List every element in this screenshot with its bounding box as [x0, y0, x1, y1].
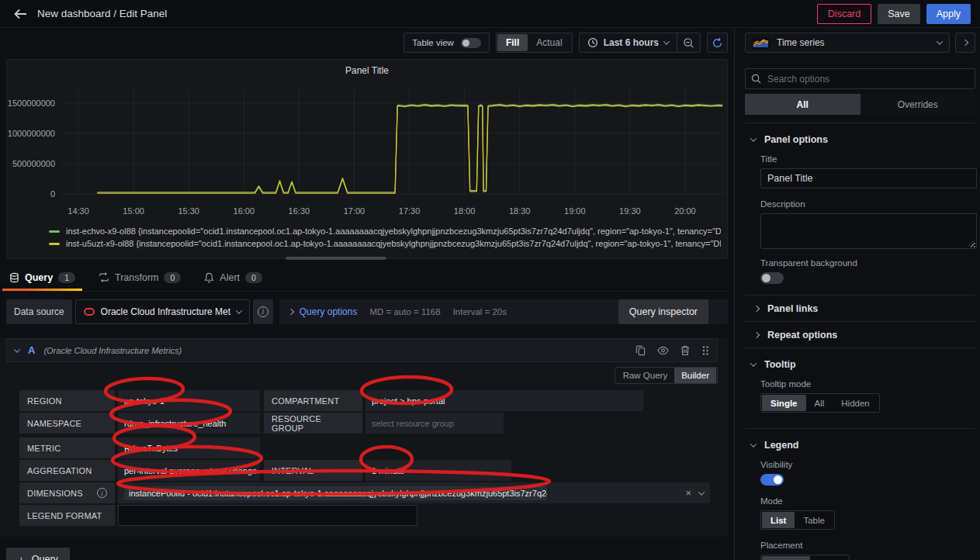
query-form-row: METRICRdmaTxBytes	[19, 437, 728, 458]
search-options-input[interactable]	[745, 68, 975, 89]
dimensions-value[interactable]: instancePoolId - ocid1.instancepool.oc1.…	[118, 482, 710, 503]
tab-alert[interactable]: Alert 0	[204, 264, 262, 291]
plus-icon: +	[18, 554, 25, 560]
legend-scrollbar[interactable]	[286, 257, 386, 260]
panel-title-input[interactable]	[760, 168, 977, 188]
aggregation-value[interactable]: per-interval average rate of change	[118, 460, 260, 481]
aggregation-label: AGGREGATION	[27, 466, 92, 475]
query-inspector-button[interactable]: Query inspector	[618, 299, 708, 324]
section-panel-options[interactable]: Panel options	[745, 134, 975, 145]
query-ref-letter: A	[28, 344, 35, 356]
chevron-down-icon	[235, 307, 241, 313]
refresh-icon	[712, 37, 723, 49]
arrow-left-icon	[14, 9, 27, 19]
refresh-button[interactable]	[707, 33, 728, 53]
time-range-picker[interactable]: Last 6 hours	[580, 33, 677, 52]
builder-button[interactable]: Builder	[674, 368, 716, 383]
legend-bottom-button[interactable]: Bottom	[762, 556, 810, 560]
legend-item-label: inst-u5uzt-x9-ol88 {instancepoolid="ocid…	[66, 239, 721, 248]
top-bar: New dashboard / Edit Panel Discard Save …	[0, 0, 980, 28]
tab-overrides[interactable]: Overrides	[861, 94, 976, 115]
legend-visibility-label: Visibility	[760, 460, 975, 469]
query-datasource-hint: (Oracle Cloud Infrastructure Metrics)	[43, 346, 182, 355]
save-button[interactable]: Save	[878, 4, 920, 24]
svg-text:17:30: 17:30	[399, 206, 421, 216]
legend-format-input[interactable]	[118, 505, 417, 526]
visualization-picker[interactable]: Time series	[745, 33, 950, 53]
discard-button[interactable]: Discard	[817, 4, 871, 24]
description-textarea[interactable]	[760, 213, 977, 249]
raw-query-button[interactable]: Raw Query	[616, 368, 675, 383]
query-form-row: AGGREGATIONper-interval average rate of …	[19, 460, 728, 481]
tooltip-all-button[interactable]: All	[806, 395, 833, 411]
metric-value[interactable]: RdmaTxBytes	[118, 437, 260, 458]
chevron-right-icon	[753, 331, 760, 337]
legend-placement-label: Placement	[760, 541, 975, 550]
section-legend[interactable]: Legend	[745, 440, 975, 451]
svg-text:18:30: 18:30	[509, 206, 531, 216]
fill-actual-group: Fill Actual	[496, 33, 573, 53]
legend-swatch-icon	[49, 243, 60, 245]
legend-list-button[interactable]: List	[762, 512, 795, 528]
svg-text:19:00: 19:00	[564, 206, 586, 216]
tab-transform[interactable]: Transform 0	[99, 264, 181, 291]
query-options-bar: Query options MD = auto = 1168 Interval …	[279, 299, 728, 324]
query-form-row: REGIONap-tokyo-1COMPARTMENTproject > hpc…	[19, 390, 728, 411]
legend-item[interactable]: inst-u5uzt-x9-ol88 {instancepoolid="ocid…	[49, 237, 721, 250]
delete-query-icon[interactable]	[680, 345, 690, 356]
namespace-value[interactable]: rdma_infrastructure_health	[118, 413, 260, 434]
interval-label: INTERVAL	[272, 466, 313, 475]
section-panel-links[interactable]: Panel links	[745, 296, 975, 321]
zoom-out-button[interactable]	[677, 33, 700, 52]
page-title: New dashboard / Edit Panel	[37, 8, 167, 19]
disable-query-icon[interactable]	[657, 346, 669, 355]
panel-options-header-label: Panel options	[764, 134, 828, 145]
datasource-select[interactable]: Oracle Cloud Infrastructure Metrics	[75, 299, 250, 324]
tab-all-options[interactable]: All	[745, 94, 861, 115]
tooltip-hidden-button[interactable]: Hidden	[833, 395, 878, 411]
clear-dimension-icon[interactable]: ×	[685, 487, 691, 499]
transparent-background-toggle[interactable]	[760, 272, 784, 284]
datasource-name: Oracle Cloud Infrastructure Metrics	[101, 306, 230, 317]
back-button[interactable]	[9, 3, 31, 25]
collapse-options-button[interactable]	[955, 33, 975, 53]
section-repeat-options[interactable]: Repeat options	[745, 322, 975, 347]
interval-label: INTERVAL	[264, 460, 362, 481]
legend-right-button[interactable]: Right	[810, 556, 848, 560]
actual-button[interactable]: Actual	[528, 34, 570, 51]
datasource-help-button[interactable]: i	[253, 299, 273, 324]
fill-button[interactable]: Fill	[497, 34, 528, 51]
apply-button[interactable]: Apply	[926, 4, 971, 24]
duplicate-query-icon[interactable]	[635, 345, 646, 356]
legend-visibility-toggle[interactable]	[760, 474, 784, 486]
compartment-value[interactable]: project > hpc-portal	[365, 390, 643, 411]
add-query-button[interactable]: + Query	[6, 548, 70, 560]
section-tooltip[interactable]: Tooltip	[745, 359, 975, 370]
resource-group-label: RESOURCE GROUP	[272, 414, 355, 433]
legend-table-button[interactable]: Table	[795, 512, 833, 528]
time-range-label: Last 6 hours	[604, 37, 659, 48]
drag-handle-icon[interactable]	[701, 345, 709, 356]
info-icon[interactable]: i	[97, 488, 107, 498]
legend-placement-group: Bottom Right	[760, 555, 850, 560]
tooltip-header-label: Tooltip	[764, 359, 796, 370]
raw-query-builder-toggle: Raw Query Builder	[615, 367, 718, 384]
svg-text:0: 0	[50, 189, 55, 199]
tooltip-single-button[interactable]: Single	[762, 395, 806, 411]
table-view-toggle[interactable]	[461, 38, 481, 48]
dimension-chip[interactable]: instancePoolId - ocid1.instancepool.oc1.…	[124, 486, 547, 500]
svg-text:1000000000: 1000000000	[8, 129, 55, 138]
tab-query[interactable]: Query 1	[9, 264, 75, 291]
chevron-right-icon	[962, 40, 968, 46]
query-row-header[interactable]: A (Oracle Cloud Infrastructure Metrics)	[6, 338, 718, 362]
metric-label: METRIC	[19, 437, 115, 458]
query-options-link[interactable]: Query options	[300, 306, 358, 317]
legend-item[interactable]: inst-echvo-x9-ol88 {instancepoolid="ocid…	[49, 225, 721, 237]
query-form-row: NAMESPACErdma_infrastructure_healthRESOU…	[19, 413, 728, 434]
timeseries-chart[interactable]: 05000000001000000000150000000014:3015:00…	[7, 78, 727, 221]
interval-value[interactable]: 1 minute	[365, 460, 511, 481]
region-value[interactable]: ap-tokyo-1	[118, 390, 260, 411]
resource-group-value[interactable]: select resource group	[365, 413, 504, 434]
aggregation-label: AGGREGATION	[19, 460, 115, 481]
namespace-label: NAMESPACE	[19, 413, 115, 434]
